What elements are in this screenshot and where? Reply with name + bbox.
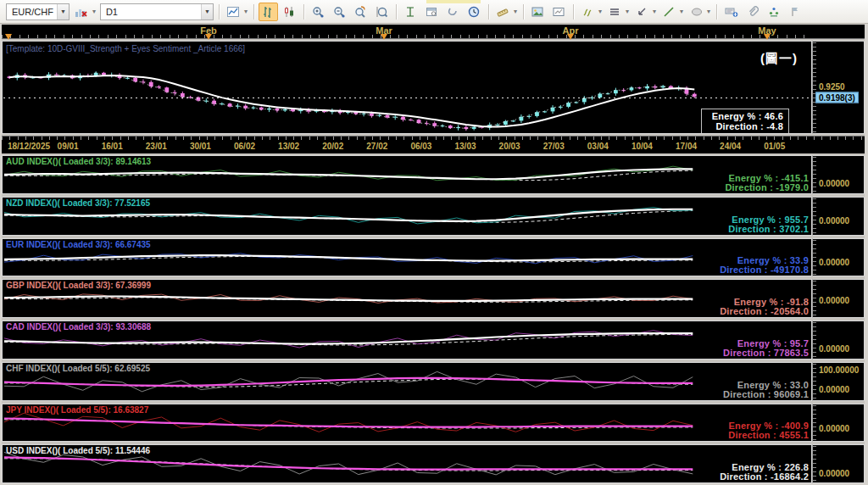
symbol-combo-value: EUR/CHF [7,7,57,17]
magnet-icon[interactable] [443,3,463,21]
trendline-icon-dropdown[interactable]: ▾ [680,8,683,15]
date-label: 17/04 [676,142,697,151]
chevron-down-icon[interactable]: ▼ [201,4,213,20]
flag-icon[interactable] [785,3,804,21]
symbol-search-icon[interactable] [72,3,92,21]
toolbar-separator [253,4,254,20]
scale-ticks [813,281,816,316]
jpy-index-panel[interactable]: JPY INDEX()( Loaded 5/5): 16.63827Energy… [2,404,812,443]
gbp-scale[interactable]: 0.00000 [812,279,865,318]
group-icon[interactable] [764,3,783,21]
arrow-icon[interactable] [632,3,652,21]
trendline-icon[interactable] [659,3,679,21]
arrow-icon-dropdown[interactable]: ▾ [653,8,656,15]
bar-chart-icon[interactable] [259,3,278,21]
indicator-label: AUD INDEX()( Loaded 3/3): 89.14613 [6,157,151,166]
date-label: 06/02 [234,142,255,151]
date-label: 24/04 [720,142,741,151]
direction-value: Direction : 4555.1 [728,431,809,440]
jpy-panel-row: JPY INDEX()( Loaded 5/5): 16.63827Energy… [2,404,865,443]
chevron-down-icon[interactable]: ▼ [57,4,69,20]
usd-index-panel[interactable]: USD INDEX()( Loaded 5/5): 11.54446Energy… [2,444,812,483]
scale-value: 100.00000 [819,365,859,374]
candlestick-chart[interactable] [3,42,811,133]
candlestick-chart-icon[interactable] [280,3,299,21]
timeframe-combo-value: D1 [101,7,201,17]
ellipse-icon[interactable] [687,3,706,21]
zoom-out-icon[interactable] [330,3,349,21]
photo-icon[interactable] [528,3,548,21]
timeframe-combo[interactable]: D1▼ [100,3,214,20]
scale-value: 0.00000 [819,469,849,478]
chf-index-panel[interactable]: CHF INDEX()( Loaded 5/5): 62.69525Energy… [2,362,812,401]
aud-scale[interactable]: 0.00000 [812,155,865,194]
zoom-in-icon[interactable] [309,3,328,21]
scale-ticks [813,322,816,358]
paperclip-icon[interactable] [743,3,762,21]
waves-icon-dropdown[interactable]: ▾ [598,8,602,15]
trading-app-window: EUR/CHF▼▾D1▼▾▾▾▾▾▾▾ FebMarAprMay [Templa… [0,0,868,485]
date-label: 16/01 [102,142,123,151]
chart-search-icon[interactable] [372,3,392,21]
toolbar-separator [716,4,717,20]
date-label: 23/01 [146,142,167,151]
month-ruler[interactable]: FebMarAprMay [2,25,865,39]
data-window-icon[interactable] [422,3,442,21]
direction-value: Direction : -16864.2 [720,472,809,482]
usd-scale[interactable]: 0.00000 [812,444,865,483]
date-label: 27/03 [543,142,565,151]
date-label: 01/05 [764,142,785,151]
gbp-index-panel[interactable]: GBP INDEX()( Loaded 3/3): 67.36999Energy… [2,279,812,318]
crosshair-icon[interactable] [401,3,420,21]
aud-panel-row: AUD INDEX()( Loaded 3/3): 89.14613Energy… [2,155,865,194]
indicator-label: CHF INDEX()( Loaded 5/5): 62.69525 [6,364,150,373]
toolbar-highlight-strip [426,0,481,3]
date-label: 13/03 [454,142,476,151]
symbol-combo[interactable]: EUR/CHF▼ [6,3,70,20]
direction-value: Direction : 77863.5 [723,348,809,358]
usd-panel-row: USD INDEX()( Loaded 5/5): 11.54446Energy… [2,444,865,483]
aud-index-panel[interactable]: AUD INDEX()( Loaded 3/3): 89.14613Energy… [2,155,812,194]
price-scale[interactable]: 0.9250 0.9198(3) [812,41,865,134]
scale-ticks [813,446,816,482]
waves-icon[interactable] [578,3,598,21]
cad-index-panel[interactable]: CAD INDEX()( Loaded 3/3): 93.30688Energy… [2,321,812,360]
scale-value: 0.00000 [819,296,849,305]
eur-scale[interactable]: 0.00000 [812,238,865,277]
direction-value: Direction : 96069.1 [723,390,809,399]
scale-ticks [813,157,816,192]
scale-value: 0.00000 [819,178,849,187]
clock-icon[interactable] [465,3,484,21]
scale-value: 0.00000 [819,343,849,353]
energy-readout: Energy % : 95.7Direction : 77863.5 [723,339,809,358]
screenshot-icon[interactable] [549,3,569,21]
ruler-icon-dropdown[interactable]: ▾ [514,8,517,15]
date-label: 30/01 [190,142,211,151]
eur-index-panel[interactable]: EUR INDEX()( Loaded 3/3): 66.67435Energy… [2,238,812,277]
direction-value: Direction : -1979.0 [725,183,809,192]
scale-ticks [813,240,816,276]
cad-scale[interactable]: 0.00000 [812,321,865,360]
date-axis[interactable]: 18/12/202509/0116/0123/0130/0106/0213/02… [2,136,865,153]
chf-scale[interactable]: 100.000000.00000 [812,362,865,401]
direction-value: Direction : 3702.1 [728,225,809,234]
chart-template-icon-dropdown[interactable]: ▾ [244,8,248,15]
symbol-search-icon-dropdown[interactable]: ▾ [92,8,96,15]
energy-readout: Energy % : -400.9Direction : 4555.1 [728,421,809,440]
label-settings-icon[interactable] [721,3,741,21]
energy-readout: Energy % : 226.8Direction : -16864.2 [720,463,809,482]
energy-readout: Energy % : 33.9Direction : -49170.8 [720,256,809,275]
hlines-icon-dropdown[interactable]: ▾ [626,8,629,15]
nzd-scale[interactable]: 0.00000 [812,197,865,236]
toolbar-separator [303,4,304,20]
hlines-icon[interactable] [605,3,625,21]
date-label: 27/02 [366,142,387,151]
nzd-index-panel[interactable]: NZD INDEX()( Loaded 3/3): 77.52165Energy… [2,197,812,236]
ruler-icon[interactable] [493,3,513,21]
ellipse-icon-dropdown[interactable]: ▾ [707,8,710,15]
chart-template-icon[interactable] [224,3,243,21]
main-price-chart[interactable]: [Template: 10D-GVIII_Strength + Eyes Sen… [2,41,812,134]
zoom-drag-icon[interactable] [351,3,370,21]
jpy-scale[interactable]: 0.00000 [812,404,865,443]
energy-readout: Energy % : 33.0Direction : 96069.1 [723,381,809,399]
